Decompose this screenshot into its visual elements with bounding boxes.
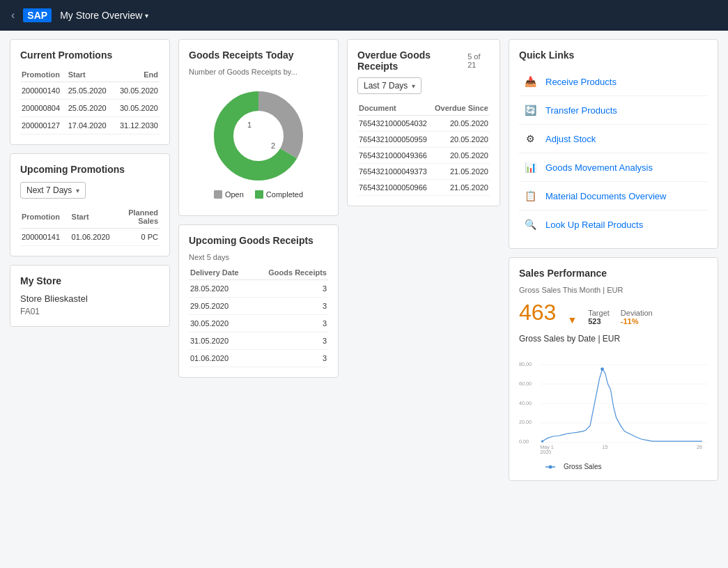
overdue-count: 5 of 21 <box>467 52 490 69</box>
start-date: 25.05.2020 <box>67 100 114 117</box>
chart-legend-line <box>545 464 559 470</box>
store-name: Store Blieskastel <box>20 293 160 304</box>
document-id: 7654321000054032 <box>357 116 431 132</box>
table-row: 29.05.2020 3 <box>189 298 328 315</box>
svg-point-2 <box>234 112 283 160</box>
quick-link-icon: 📊 <box>522 159 539 176</box>
col-planned-sales: PlannedSales <box>120 206 160 229</box>
table-row: 7654321000050966 21.05.2020 <box>357 180 490 196</box>
svg-text:2020: 2020 <box>540 450 551 455</box>
deviation-label: Deviation <box>621 309 653 317</box>
delivery-date: 29.05.2020 <box>189 298 252 315</box>
chart-area-title: Gross Sales by Date | EUR <box>519 334 708 344</box>
overdue-dropdown-label: Last 7 Days <box>364 81 408 91</box>
quick-link-item[interactable]: 🔍 Look Up Retail Products <box>519 210 708 238</box>
overdue-since: 21.05.2020 <box>431 164 490 180</box>
legend-completed-label: Completed <box>266 190 303 199</box>
table-row: 200000140 25.05.2020 30.05.2020 <box>20 82 160 100</box>
overdue-dropdown[interactable]: Last 7 Days ▾ <box>357 77 421 94</box>
upcoming-promotions-dropdown[interactable]: Next 7 Days ▾ <box>20 182 86 199</box>
my-store-card: My Store Store Blieskastel FA01 <box>10 265 170 327</box>
deviation-stat: Deviation -11% <box>621 309 653 325</box>
table-row: 7654321000049366 20.05.2020 <box>357 148 490 164</box>
quick-link-item[interactable]: 📊 Goods Movement Analysis <box>519 153 708 182</box>
table-row: 7654321000050959 20.05.2020 <box>357 132 490 148</box>
line-chart: 80,00 60,00 40,00 20,00 0,00 <box>519 348 708 459</box>
sales-down-icon: ▼ <box>567 314 577 325</box>
upcoming-promotions-title: Upcoming Promotions <box>20 164 160 175</box>
promotion-id: 200000141 <box>20 229 70 246</box>
quick-link-label: Transfer Products <box>545 105 617 116</box>
gross-sales-chart-area: Gross Sales by Date | EUR 80,00 60,00 40… <box>519 334 708 470</box>
overdue-title: Overdue Goods Receipts <box>357 49 467 72</box>
chart-legend: Gross Sales <box>519 463 708 470</box>
quick-link-icon: 📋 <box>522 187 539 204</box>
header-dropdown-arrow[interactable]: ▾ <box>145 12 148 20</box>
current-promotions-title: Current Promotions <box>20 49 160 61</box>
quick-link-label: Receive Products <box>545 77 617 87</box>
quick-link-item[interactable]: ⚙ Adjust Stock <box>519 125 708 153</box>
my-store-title: My Store <box>20 275 160 286</box>
delivery-date: 31.05.2020 <box>189 332 252 350</box>
table-row: 7654321000054032 20.05.2020 <box>357 116 490 132</box>
column-4: Quick Links 📥 Receive Products 🔄 Transfe… <box>509 39 718 481</box>
goods-receipts-subtitle: Number of Goods Receipts by... <box>189 68 328 76</box>
upcoming-promotions-table: Promotion Start PlannedSales 200000141 0… <box>20 206 160 246</box>
quick-link-icon: ⚙ <box>522 130 539 147</box>
overdue-since: 21.05.2020 <box>431 180 490 196</box>
overdue-since: 20.05.2020 <box>431 116 490 132</box>
table-row: 200000127 17.04.2020 31.12.2030 <box>20 117 160 135</box>
gr-count: 3 <box>252 350 328 367</box>
planned-sales: 0 PC <box>120 229 160 246</box>
gr-count: 3 <box>252 315 328 332</box>
completed-color-dot <box>255 190 263 199</box>
promotion-id: 200000140 <box>20 82 67 100</box>
quick-link-item[interactable]: 🔄 Transfer Products <box>519 96 708 125</box>
dropdown-label: Next 7 Days <box>26 185 72 195</box>
svg-text:1: 1 <box>247 121 251 129</box>
svg-point-15 <box>601 367 604 371</box>
table-row: 200000141 01.06.2020 0 PC <box>20 229 160 246</box>
document-id: 7654321000049366 <box>357 148 431 164</box>
svg-text:80,00: 80,00 <box>519 362 532 367</box>
header: ‹ SAP My Store Overview ▾ <box>0 0 728 31</box>
goods-receipts-today-title: Goods Receipts Today <box>189 49 328 61</box>
gr-count: 3 <box>252 280 328 298</box>
current-promotions-card: Current Promotions Promotion Start End 2… <box>10 39 170 145</box>
quick-links-card: Quick Links 📥 Receive Products 🔄 Transfe… <box>509 39 718 249</box>
svg-text:20,00: 20,00 <box>519 420 532 425</box>
legend-open-label: Open <box>225 190 244 199</box>
svg-text:15: 15 <box>603 445 608 450</box>
quick-link-icon: 🔍 <box>522 216 539 233</box>
quick-links-title: Quick Links <box>519 49 708 61</box>
target-stat: Target 523 <box>588 309 610 325</box>
target-value: 523 <box>588 317 610 325</box>
quick-link-item[interactable]: 📥 Receive Products <box>519 68 708 96</box>
quick-link-icon: 📥 <box>522 73 539 90</box>
back-button[interactable]: ‹ <box>11 9 15 22</box>
sales-subtitle: Gross Sales This Month | EUR <box>519 286 708 294</box>
upcoming-promotions-card: Upcoming Promotions Next 7 Days ▾ Promot… <box>10 153 170 256</box>
table-row: 200000804 25.05.2020 30.05.2020 <box>20 100 160 117</box>
col-upcoming-promotion: Promotion <box>20 206 70 229</box>
delivery-date: 30.05.2020 <box>189 315 252 332</box>
column-2: Goods Receipts Today Number of Goods Rec… <box>178 39 339 481</box>
header-title-text: My Store Overview <box>60 10 142 21</box>
goods-receipts-today-card: Goods Receipts Today Number of Goods Rec… <box>178 39 339 216</box>
sales-title: Sales Performance <box>519 268 708 279</box>
col-delivery-date: Delivery Date <box>189 266 252 280</box>
quick-link-item[interactable]: 📋 Material Documents Overview <box>519 182 708 210</box>
promotion-id: 200000127 <box>20 117 67 135</box>
delivery-date: 01.06.2020 <box>189 350 252 367</box>
header-title: My Store Overview ▾ <box>60 10 148 21</box>
delivery-table: Delivery Date Goods Receipts 28.05.2020 … <box>189 266 328 367</box>
quick-link-label: Goods Movement Analysis <box>545 162 653 173</box>
table-row: 28.05.2020 3 <box>189 280 328 298</box>
legend-open: Open <box>214 190 244 199</box>
col-document: Document <box>357 101 431 116</box>
svg-point-16 <box>541 440 543 443</box>
col-promotion: Promotion <box>20 68 67 82</box>
end-date: 30.05.2020 <box>113 100 160 117</box>
overdue-header: Overdue Goods Receipts 5 of 21 <box>357 49 490 72</box>
svg-text:60,00: 60,00 <box>519 381 532 387</box>
